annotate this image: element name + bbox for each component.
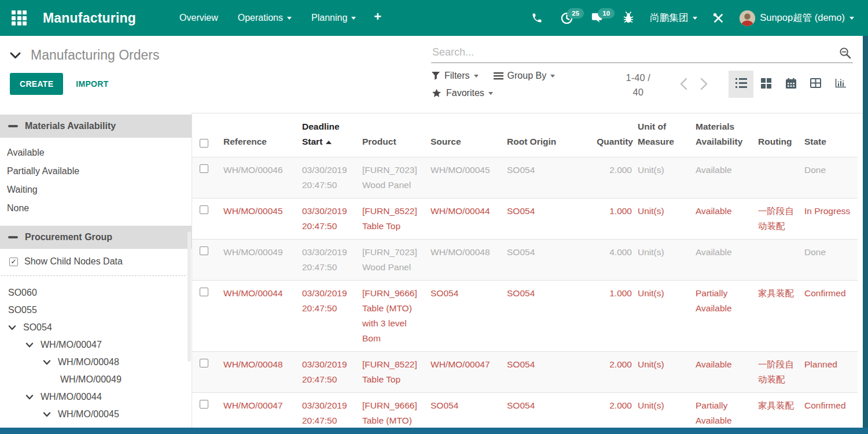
cell-state[interactable]: Confirmed — [802, 281, 858, 352]
cell-reference[interactable]: WH/MO/00049 — [221, 240, 300, 281]
nav-menu-plus[interactable]: + — [366, 1, 389, 35]
cell-availability[interactable]: Available — [693, 157, 756, 198]
tree-node-wh-mo-00045[interactable]: WH/MO/00045 — [0, 406, 192, 423]
cell-deadline[interactable]: 03/30/2019 20:47:50 — [300, 240, 360, 281]
cell-deadline[interactable]: 03/30/2019 20:47:50 — [300, 198, 360, 240]
col-header-state[interactable]: State — [802, 113, 858, 157]
apps-grid-icon[interactable] — [12, 10, 27, 25]
company-switcher[interactable]: 尚鹏集团 — [646, 7, 701, 29]
col-header-product[interactable]: Product — [360, 113, 428, 157]
cell-reference[interactable]: WH/MO/00045 — [221, 198, 300, 240]
import-button[interactable]: IMPORT — [76, 79, 108, 89]
pager-previous-button[interactable] — [678, 75, 690, 95]
horizontal-scrollbar[interactable] — [0, 428, 868, 434]
row-select-cell[interactable] — [192, 281, 221, 352]
search-input[interactable] — [432, 46, 833, 58]
breadcrumb[interactable]: Manufacturing Orders — [10, 47, 427, 63]
cell-quantity[interactable]: 4.000 — [584, 240, 635, 281]
cell-routing[interactable] — [756, 240, 802, 281]
show-child-nodes-checkbox[interactable]: ✓ Show Child Nodes Data — [0, 249, 192, 273]
activities-clock-icon[interactable]: 25 — [554, 7, 579, 30]
col-header-root_origin[interactable]: Root Origin — [505, 113, 584, 157]
pager-next-button[interactable] — [698, 75, 710, 95]
sidebar-scrollbar-thumb[interactable] — [187, 231, 191, 362]
cell-quantity[interactable]: 1.000 — [584, 281, 635, 352]
cell-source[interactable]: WH/MO/00047 — [428, 352, 505, 393]
row-select-cell[interactable] — [192, 240, 221, 281]
view-button-kanban[interactable] — [753, 71, 778, 98]
cell-availability[interactable]: Partially Available — [693, 281, 756, 352]
view-button-list[interactable] — [729, 71, 753, 98]
table-row[interactable]: WH/MO/0004903/30/2019 20:47:50[FURN_7023… — [192, 240, 858, 281]
filter-item-partially-available[interactable]: Partially Available — [0, 162, 192, 181]
row-select-cell[interactable] — [192, 352, 221, 393]
nav-menu-planning[interactable]: Planning — [301, 1, 366, 35]
view-button-calendar[interactable] — [778, 71, 803, 98]
vertical-scrollbar[interactable] — [863, 36, 868, 434]
row-select-cell[interactable] — [192, 198, 221, 240]
cell-uom[interactable]: Unit(s) — [635, 352, 693, 393]
cell-root_origin[interactable]: SO054 — [505, 198, 584, 240]
cell-root_origin[interactable]: SO054 — [505, 157, 584, 198]
phone-icon[interactable] — [525, 8, 549, 28]
group-by-dropdown[interactable]: Group By — [494, 71, 556, 81]
cell-state[interactable]: Planned — [802, 352, 858, 393]
cell-source[interactable]: SO054 — [428, 281, 505, 352]
row-checkbox[interactable] — [200, 400, 208, 409]
cell-quantity[interactable]: 2.000 — [584, 352, 635, 393]
table-row[interactable]: WH/MO/0004803/30/2019 20:47:50[FURN_8522… — [192, 352, 858, 393]
create-button[interactable]: CREATE — [10, 73, 63, 95]
cell-uom[interactable]: Unit(s) — [635, 281, 693, 352]
col-header-reference[interactable]: Reference — [221, 113, 300, 157]
table-row[interactable]: WH/MO/0004603/30/2019 20:47:50[FURN_7023… — [192, 157, 858, 198]
cell-routing[interactable]: 家具装配 — [756, 281, 802, 352]
cell-deadline[interactable]: 03/30/2019 20:47:50 — [300, 352, 360, 393]
table-row[interactable]: WH/MO/0004503/30/2019 20:47:50[FURN_8522… — [192, 198, 858, 240]
col-header-deadline[interactable]: Deadline Start — [300, 113, 360, 157]
cell-product[interactable]: [FURN_9666] Table (MTO) with 3 level Bom — [360, 281, 428, 352]
messages-chat-icon[interactable]: 10 — [585, 7, 610, 29]
cell-routing[interactable]: 一阶段自动装配 — [756, 198, 802, 240]
cell-availability[interactable]: Available — [693, 198, 756, 240]
tree-node-so054[interactable]: SO054 — [0, 319, 192, 336]
row-checkbox[interactable] — [200, 205, 208, 214]
cell-quantity[interactable]: 1.000 — [584, 198, 635, 240]
filter-item-none[interactable]: None — [0, 199, 192, 218]
search-magnifier-icon[interactable] — [838, 46, 852, 62]
favorites-dropdown[interactable]: Favorites — [431, 88, 493, 98]
filters-dropdown[interactable]: Filters — [431, 71, 479, 81]
cell-product[interactable]: [FURN_8522] Table Top — [360, 198, 428, 240]
row-checkbox[interactable] — [200, 164, 208, 173]
cell-state[interactable]: Done — [802, 240, 858, 281]
cell-availability[interactable]: Available — [693, 240, 756, 281]
section-header-procurement-group[interactable]: Procurement Group — [0, 226, 192, 249]
cell-state[interactable]: In Progress — [802, 198, 858, 240]
tree-node-wh-mo-00047[interactable]: WH/MO/00047 — [0, 336, 192, 354]
col-header-routing[interactable]: Routing — [756, 113, 802, 157]
row-checkbox[interactable] — [200, 288, 208, 296]
tree-node-wh-mo-00048[interactable]: WH/MO/00048 — [0, 354, 192, 371]
cell-reference[interactable]: WH/MO/00044 — [221, 281, 300, 352]
user-menu[interactable]: Sunpop超管 (demo) — [736, 6, 858, 31]
row-select-cell[interactable] — [192, 157, 221, 198]
nav-menu-operations[interactable]: Operations — [228, 1, 301, 35]
cell-routing[interactable]: 一阶段自动装配 — [756, 352, 802, 393]
cell-root_origin[interactable]: SO054 — [505, 352, 584, 393]
row-checkbox[interactable] — [200, 359, 208, 367]
cell-availability[interactable]: Available — [693, 352, 756, 393]
cell-uom[interactable]: Unit(s) — [635, 240, 693, 281]
col-header-availability[interactable]: Materials Availability — [693, 113, 756, 157]
checkbox-checked-icon[interactable]: ✓ — [9, 258, 18, 266]
bug-icon[interactable] — [616, 7, 641, 29]
cell-deadline[interactable]: 03/30/2019 20:47:50 — [300, 157, 360, 198]
col-header-uom[interactable]: Unit of Measure — [635, 113, 693, 157]
cell-reference[interactable]: WH/MO/00048 — [221, 352, 300, 393]
select-all-header[interactable] — [192, 113, 221, 157]
cell-product[interactable]: [FURN_8522] Table Top — [360, 352, 428, 393]
row-checkbox[interactable] — [200, 247, 208, 255]
cell-source[interactable]: WH/MO/00044 — [428, 198, 505, 240]
tree-node-wh-mo-00044[interactable]: WH/MO/00044 — [0, 388, 192, 406]
tree-node-so060[interactable]: SO060 — [0, 284, 192, 301]
cell-quantity[interactable]: 2.000 — [584, 157, 635, 198]
filter-item-waiting[interactable]: Waiting — [0, 181, 192, 199]
